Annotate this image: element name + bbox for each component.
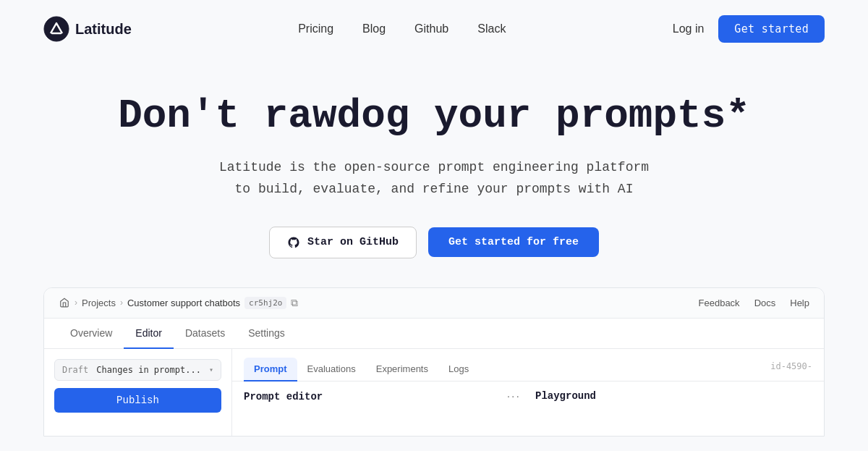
hero-title: Don't rawdog your prompts* bbox=[43, 94, 825, 139]
prompt-tab-logs[interactable]: Logs bbox=[438, 358, 479, 382]
draft-text: Changes in prompt... bbox=[96, 365, 201, 375]
breadcrumb-bar: › Projects › Customer support chatbots c… bbox=[44, 288, 824, 319]
nav-links: Pricing Blog Github Slack bbox=[298, 22, 506, 35]
draft-selector-content: Draft Changes in prompt... bbox=[62, 365, 201, 375]
draft-selector[interactable]: Draft Changes in prompt... ▾ bbox=[54, 359, 221, 381]
github-icon bbox=[287, 236, 300, 249]
hero-buttons: Star on GitHub Get started for free bbox=[43, 227, 825, 258]
playground-title: Playground bbox=[535, 390, 596, 402]
prompt-tabs: Prompt Evaluations Experiments Logs id-4… bbox=[232, 349, 824, 382]
docs-button[interactable]: Docs bbox=[754, 298, 776, 308]
editor-tabs: Overview Editor Datasets Settings bbox=[44, 319, 824, 349]
breadcrumb-projects[interactable]: Projects bbox=[82, 298, 116, 308]
breadcrumb-sep-2: › bbox=[120, 298, 123, 308]
hero-subtitle-line1: Latitude is the open-source prompt engin… bbox=[219, 160, 649, 174]
tab-editor[interactable]: Editor bbox=[124, 319, 174, 349]
hero-section: Don't rawdog your prompts* Latitude is t… bbox=[0, 58, 868, 287]
get-started-free-button[interactable]: Get started for free bbox=[428, 227, 599, 257]
hero-subtitle: Latitude is the open-source prompt engin… bbox=[43, 156, 825, 201]
breadcrumb-id-badge: cr5hj2o bbox=[244, 297, 286, 309]
prompt-tab-prompt[interactable]: Prompt bbox=[244, 358, 297, 382]
get-started-nav-button[interactable]: Get started bbox=[718, 15, 825, 43]
playground-header: Playground bbox=[535, 390, 812, 402]
dots-menu-icon[interactable]: ··· bbox=[507, 390, 521, 403]
editor-content: Prompt editor ··· Playground bbox=[232, 382, 824, 418]
editor-right-panel: Prompt Evaluations Experiments Logs id-4… bbox=[232, 349, 824, 436]
nav-blog[interactable]: Blog bbox=[362, 22, 386, 35]
prompt-editor-header: Prompt editor ··· bbox=[244, 390, 521, 403]
logo-text: Latitude bbox=[75, 21, 132, 38]
github-star-button[interactable]: Star on GitHub bbox=[269, 227, 417, 258]
publish-button[interactable]: Publish bbox=[54, 388, 221, 413]
breadcrumb-left: › Projects › Customer support chatbots c… bbox=[59, 297, 298, 309]
hero-subtitle-line2: to build, evaluate, and refine your prom… bbox=[235, 182, 634, 196]
github-star-label: Star on GitHub bbox=[307, 236, 399, 248]
draft-label: Draft bbox=[62, 365, 88, 375]
feedback-button[interactable]: Feedback bbox=[699, 298, 740, 308]
navbar: Latitude Pricing Blog Github Slack Log i… bbox=[0, 0, 868, 58]
tab-datasets[interactable]: Datasets bbox=[174, 319, 237, 349]
help-button[interactable]: Help bbox=[790, 298, 809, 308]
editor-body: Draft Changes in prompt... ▾ Publish Pro… bbox=[44, 349, 824, 436]
prompt-tab-evaluations[interactable]: Evaluations bbox=[297, 358, 366, 382]
chevron-down-icon: ▾ bbox=[209, 366, 213, 374]
nav-github[interactable]: Github bbox=[414, 22, 448, 35]
logo[interactable]: Latitude bbox=[43, 16, 132, 42]
editor-panel: › Projects › Customer support chatbots c… bbox=[43, 287, 825, 437]
prompt-tab-experiments[interactable]: Experiments bbox=[366, 358, 438, 382]
nav-pricing[interactable]: Pricing bbox=[298, 22, 333, 35]
editor-left-panel: Draft Changes in prompt... ▾ Publish bbox=[44, 349, 232, 436]
breadcrumb-current: Customer support chatbots bbox=[127, 298, 240, 308]
logo-icon bbox=[43, 16, 69, 42]
home-icon[interactable] bbox=[59, 297, 70, 308]
playground-section: Playground bbox=[535, 390, 812, 409]
login-button[interactable]: Log in bbox=[673, 22, 705, 35]
nav-actions: Log in Get started bbox=[673, 15, 825, 43]
svg-point-0 bbox=[44, 17, 69, 41]
breadcrumb-right: Feedback Docs Help bbox=[699, 298, 809, 308]
prompt-id: id-4590- bbox=[770, 361, 812, 377]
nav-slack[interactable]: Slack bbox=[477, 22, 506, 35]
tab-settings[interactable]: Settings bbox=[237, 319, 297, 349]
prompt-editor-section: Prompt editor ··· bbox=[244, 390, 521, 409]
tab-overview[interactable]: Overview bbox=[59, 319, 124, 349]
prompt-editor-title: Prompt editor bbox=[244, 391, 323, 402]
copy-icon[interactable]: ⧉ bbox=[291, 297, 298, 309]
breadcrumb-sep-1: › bbox=[75, 298, 77, 308]
